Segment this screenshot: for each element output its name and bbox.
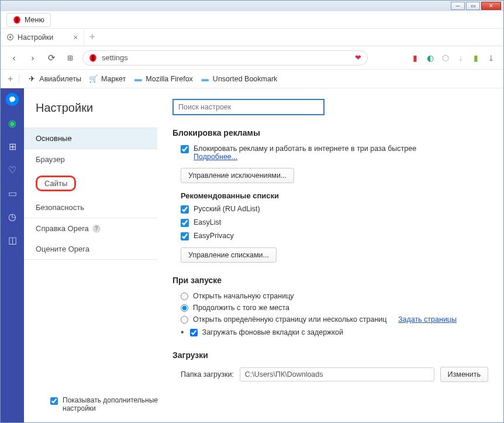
bookmark-label: Mozilla Firefox bbox=[146, 75, 193, 83]
show-advanced-row: Показывать дополнительные настройки bbox=[50, 396, 173, 412]
list-easylist-checkbox[interactable] bbox=[181, 219, 189, 227]
list-ru-label: Русский (RU AdList) bbox=[194, 205, 260, 213]
url-text: settings bbox=[102, 53, 350, 62]
tab-label: Настройки bbox=[18, 33, 53, 42]
window-minimize-button[interactable]: ─ bbox=[451, 2, 465, 10]
nav-basic[interactable]: Основные bbox=[24, 128, 157, 149]
bookmark-mozilla[interactable]: ▬ Mozilla Firefox bbox=[134, 75, 193, 83]
show-advanced-label: Показывать дополнительные настройки bbox=[63, 396, 173, 412]
messenger-icon[interactable] bbox=[6, 93, 19, 106]
recommended-lists-header: Рекомендованные списки bbox=[181, 191, 488, 200]
tab-close-button[interactable]: × bbox=[73, 33, 78, 42]
extensions-sidebar-icon[interactable]: ◫ bbox=[6, 233, 19, 246]
bookmarks-bar: + ✈ Авиабилеты 🛒 Маркет ▬ Mozilla Firefo… bbox=[1, 70, 503, 88]
url-field[interactable]: settings ❤ bbox=[82, 50, 368, 66]
heart-sidebar-icon[interactable]: ♡ bbox=[6, 163, 19, 176]
downloads-icon[interactable]: ⤓ bbox=[486, 53, 496, 63]
download-arrow-icon[interactable]: ↓ bbox=[455, 53, 466, 63]
startup-header: При запуске bbox=[172, 276, 488, 285]
nav-reload-button[interactable]: ⟳ bbox=[45, 51, 58, 64]
menu-bar: Меню bbox=[1, 11, 503, 29]
section-startup: При запуске Открыть начальную страницу П… bbox=[172, 276, 488, 338]
bullet-icon: • bbox=[181, 327, 184, 338]
adblock-enable-label: Блокировать рекламу и работать в интерне… bbox=[194, 145, 416, 153]
new-tab-button[interactable]: + bbox=[89, 31, 95, 43]
settings-title: Настройки bbox=[24, 94, 157, 128]
list-easyprivacy-label: EasyPrivacy bbox=[194, 232, 234, 240]
section-adblock: Блокировка рекламы Блокировать рекламу и… bbox=[172, 128, 488, 263]
folder-icon: ▬ bbox=[201, 75, 209, 83]
left-sidebar: ◉ ⊞ ♡ ▭ ◷ ◫ bbox=[1, 88, 24, 422]
tab-settings[interactable]: Настройки × bbox=[1, 29, 84, 46]
list-easyprivacy-checkbox[interactable] bbox=[181, 232, 189, 240]
settings-search-input[interactable] bbox=[172, 99, 325, 115]
startup-specific-label: Открыть определённую страницу или нескол… bbox=[193, 315, 386, 324]
download-path-field[interactable]: C:\Users\ПК\Downloads bbox=[240, 367, 434, 381]
bookmark-unsorted[interactable]: ▬ Unsorted Bookmark bbox=[201, 75, 277, 83]
gear-icon bbox=[6, 33, 14, 41]
startup-home-radio[interactable] bbox=[181, 293, 188, 300]
tab-strip: Настройки × + bbox=[1, 29, 503, 46]
nav-help-label: Справка Opera bbox=[36, 224, 89, 233]
toolbar-extensions: ▮ ◐ ⬡ ↓ ▮ ⤓ bbox=[410, 53, 496, 63]
bookmark-aviabilety[interactable]: ✈ Авиабилеты bbox=[27, 75, 81, 83]
list-easylist-label: EasyList bbox=[194, 218, 221, 226]
extension-icon-3[interactable]: ▮ bbox=[471, 53, 481, 63]
speed-dial-button[interactable]: ⊞ bbox=[64, 51, 77, 64]
delay-bg-label: Загружать фоновые вкладки с задержкой bbox=[202, 328, 343, 336]
whatsapp-icon[interactable]: ◉ bbox=[6, 116, 19, 129]
history-icon[interactable]: ◷ bbox=[6, 210, 19, 223]
svg-point-1 bbox=[15, 16, 19, 23]
adblock-more-link[interactable]: Подробнее... bbox=[194, 153, 237, 161]
downloads-header: Загрузки bbox=[172, 350, 488, 360]
window-maximize-button[interactable]: ▭ bbox=[466, 2, 480, 10]
folder-icon: ▬ bbox=[134, 75, 142, 83]
bookmark-heart-icon[interactable]: ❤ bbox=[355, 53, 361, 62]
section-downloads: Загрузки Папка загрузки: C:\Users\ПК\Dow… bbox=[172, 350, 488, 382]
help-icon: ? bbox=[92, 225, 101, 233]
window-titlebar: ─ ▭ ✕ bbox=[1, 1, 503, 11]
startup-specific-radio[interactable] bbox=[181, 316, 188, 324]
bookmark-market[interactable]: 🛒 Маркет bbox=[89, 75, 126, 83]
adblock-header: Блокировка рекламы bbox=[172, 128, 488, 137]
startup-home-label: Открыть начальную страницу bbox=[193, 292, 294, 300]
opera-menu-button[interactable]: Меню bbox=[6, 13, 51, 27]
list-ru-checkbox[interactable] bbox=[181, 205, 189, 214]
settings-nav: Настройки Основные Браузер Сайты Безопас… bbox=[24, 88, 157, 422]
bookmark-label: Маркет bbox=[101, 75, 126, 83]
bookmark-label: Unsorted Bookmark bbox=[213, 75, 277, 83]
cart-icon: 🛒 bbox=[89, 75, 98, 83]
add-bookmark-button[interactable]: + bbox=[8, 74, 19, 84]
nav-sites-label: Сайты bbox=[36, 176, 76, 191]
nav-browser[interactable]: Браузер bbox=[24, 149, 157, 170]
news-icon[interactable]: ▭ bbox=[6, 187, 19, 200]
nav-sites[interactable]: Сайты bbox=[24, 170, 157, 197]
nav-help[interactable]: Справка Opera ? bbox=[24, 218, 157, 239]
startup-continue-label: Продолжить с того же места bbox=[193, 304, 289, 312]
opera-icon bbox=[89, 54, 97, 62]
manage-exceptions-button[interactable]: Управление исключениями... bbox=[181, 168, 294, 183]
address-bar: ‹ › ⟳ ⊞ settings ❤ ▮ ◐ ⬡ ↓ ▮ ⤓ bbox=[1, 46, 503, 70]
svg-point-3 bbox=[9, 36, 11, 38]
nav-back-button[interactable]: ‹ bbox=[8, 51, 20, 64]
delay-bg-checkbox[interactable] bbox=[190, 329, 198, 336]
speed-dial-icon[interactable]: ⊞ bbox=[6, 140, 19, 153]
adblock-enable-checkbox[interactable] bbox=[181, 145, 189, 153]
bookmark-label: Авиабилеты bbox=[39, 75, 81, 83]
change-folder-button[interactable]: Изменить bbox=[440, 367, 488, 382]
set-pages-link[interactable]: Задать страницы bbox=[398, 315, 457, 324]
opera-icon bbox=[13, 16, 21, 24]
extension-icon-2[interactable]: ◐ bbox=[425, 53, 436, 63]
extension-icon-1[interactable]: ▮ bbox=[410, 53, 420, 63]
show-advanced-checkbox[interactable] bbox=[50, 397, 58, 405]
shield-icon[interactable]: ⬡ bbox=[440, 53, 451, 63]
nav-rate[interactable]: Оцените Opera bbox=[24, 239, 157, 259]
nav-security[interactable]: Безопасность bbox=[24, 197, 157, 218]
startup-continue-radio[interactable] bbox=[181, 304, 188, 312]
menu-label: Меню bbox=[25, 16, 44, 24]
download-folder-label: Папка загрузки: bbox=[181, 370, 234, 379]
nav-forward-button[interactable]: › bbox=[26, 51, 39, 64]
settings-body: Блокировка рекламы Блокировать рекламу и… bbox=[157, 88, 503, 422]
manage-lists-button[interactable]: Управление списками... bbox=[181, 247, 277, 263]
window-close-button[interactable]: ✕ bbox=[481, 2, 501, 10]
